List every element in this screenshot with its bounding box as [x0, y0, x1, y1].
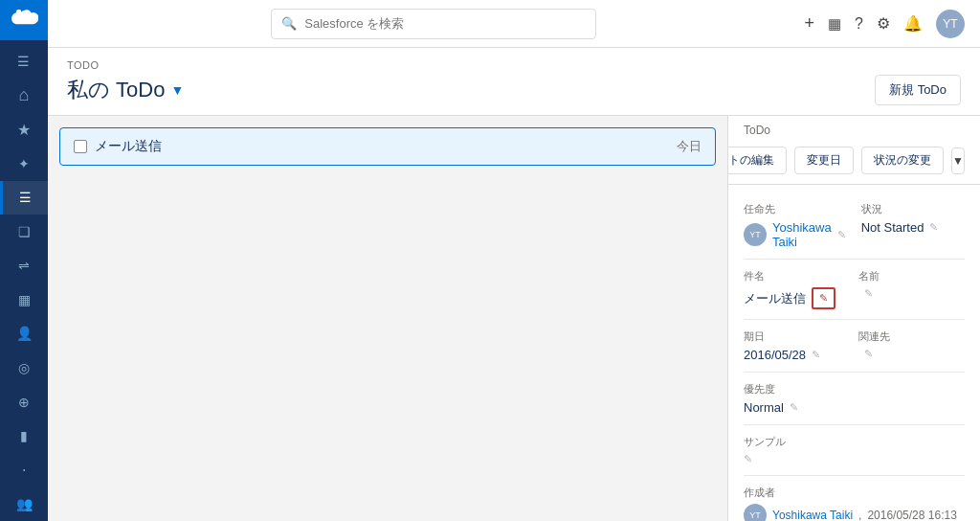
new-todo-button[interactable]: 新規 ToDo: [875, 75, 961, 105]
status-label: 状況: [861, 202, 957, 216]
date-related-row: 期日 2016/05/28 ✎ 関連先 ✎: [744, 320, 965, 373]
task-item[interactable]: メール送信 今日: [59, 127, 716, 166]
search-input[interactable]: [304, 16, 586, 31]
assignee-field: 任命先 YT Yoshikawa Taiki ✎: [744, 202, 854, 249]
change-date-button[interactable]: 変更日: [794, 147, 854, 174]
priority-edit-icon[interactable]: ✎: [790, 401, 798, 414]
creator-label: 作成者: [744, 486, 957, 500]
date-value: 2016/05/28: [744, 348, 806, 362]
task-checkbox[interactable]: [74, 140, 87, 153]
add-icon[interactable]: +: [805, 13, 815, 34]
date-edit-icon[interactable]: ✎: [812, 349, 820, 361]
sample-value-row: ✎: [744, 453, 957, 465]
change-status-button[interactable]: 状況の変更: [861, 147, 944, 174]
priority-field: 優先度 Normal ✎: [744, 382, 851, 415]
detail-panel: ToDo コメントの編集 変更日 状況の変更 ▼ 任命先: [727, 116, 980, 521]
chevron-down-icon: ▼: [952, 154, 964, 168]
status-value-row: Not Started ✎: [861, 220, 957, 235]
page-title-row: 私の ToDo ▼ 新規 ToDo: [67, 75, 961, 105]
sidebar-item-target[interactable]: ◎: [0, 351, 48, 385]
priority-value-row: Normal ✎: [744, 400, 843, 415]
creator-value-row: YT Yoshikawa Taiki , 2016/05/28 16:13: [744, 504, 957, 521]
sample-edit-icon[interactable]: ✎: [744, 453, 752, 465]
sidebar-item-copy[interactable]: ❏: [0, 215, 48, 249]
status-edit-icon[interactable]: ✎: [929, 221, 938, 234]
sidebar-item-pulse[interactable]: ⋅: [0, 453, 48, 487]
subject-field: 件名 メール送信 ✎: [744, 269, 851, 309]
related-edit-icon[interactable]: ✎: [864, 348, 873, 360]
settings-icon[interactable]: ⚙: [877, 14, 890, 33]
sidebar-item-people[interactable]: 👥: [0, 487, 48, 521]
sidebar-item-star2[interactable]: ✦: [0, 147, 48, 181]
creator-separator: ,: [858, 509, 861, 521]
assignee-edit-icon[interactable]: ✎: [837, 229, 846, 241]
page-header: TODO 私の ToDo ▼ 新規 ToDo: [48, 48, 980, 116]
date-value-row: 2016/05/28 ✎: [744, 348, 843, 362]
title-dropdown-arrow[interactable]: ▼: [170, 82, 184, 98]
assignee-status-row: 任命先 YT Yoshikawa Taiki ✎ 状況: [744, 193, 965, 260]
sample-field: サンプル ✎: [744, 435, 965, 465]
task-item-left: メール送信: [74, 138, 162, 155]
name-field: 名前 ✎: [851, 269, 966, 309]
related-label: 関連先: [858, 329, 958, 344]
status-value: Not Started: [861, 220, 924, 235]
sidebar-item-home[interactable]: ⌂: [0, 79, 48, 113]
creator-row-container: 作成者 YT Yoshikawa Taiki , 2016/05/28 16:1…: [744, 476, 965, 521]
sidebar-logo-area: [0, 0, 48, 40]
task-name: メール送信: [95, 138, 162, 155]
search-area: 🔍: [63, 9, 805, 39]
related-value-row: ✎: [858, 348, 958, 360]
date-field: 期日 2016/05/28 ✎: [744, 329, 851, 362]
actions-dropdown-button[interactable]: ▼: [951, 147, 965, 174]
name-value-row: ✎: [858, 287, 958, 300]
creator-name[interactable]: Yoshikawa Taiki: [772, 509, 853, 521]
sidebar: ☰ ⌂ ★ ✦ ☰ ❏ ⇌ ▦ 👤 ◎ ⊕ ▮ ⋅ 👥: [0, 0, 48, 521]
subject-name-row: 件名 メール送信 ✎ 名前: [744, 260, 965, 320]
sample-label: サンプル: [744, 435, 957, 449]
status-field: 状況 Not Started ✎: [854, 202, 965, 249]
priority-label: 優先度: [744, 382, 843, 396]
subject-value-row: メール送信 ✎: [744, 287, 843, 309]
subject-edit-icon[interactable]: ✎: [819, 292, 828, 305]
detail-todo-label: ToDo: [728, 116, 980, 137]
assignee-label: 任命先: [744, 202, 846, 216]
creator-field: 作成者 YT Yoshikawa Taiki , 2016/05/28 16:1…: [744, 486, 965, 521]
creator-date: 2016/05/28 16:13: [867, 509, 956, 521]
detail-actions: コメントの編集 変更日 状況の変更 ▼: [728, 137, 980, 185]
sidebar-hamburger[interactable]: ☰: [0, 44, 48, 79]
sidebar-item-globe[interactable]: ⊕: [0, 385, 48, 419]
notifications-icon[interactable]: 🔔: [903, 14, 923, 33]
task-list-panel: メール送信 今日: [48, 116, 727, 521]
comment-edit-button[interactable]: コメントの編集: [727, 147, 787, 174]
task-date: 今日: [677, 138, 702, 155]
avatar-initials: YT: [943, 17, 957, 31]
help-icon[interactable]: ?: [855, 15, 863, 33]
name-edit-icon[interactable]: ✎: [864, 287, 873, 300]
sidebar-item-bar-chart[interactable]: ▮: [0, 419, 48, 453]
breadcrumb: TODO: [67, 59, 961, 71]
sidebar-item-tasks[interactable]: ☰: [0, 181, 48, 215]
page-title: 私の ToDo ▼: [67, 76, 184, 104]
main-content: 🔍 + ▦ ? ⚙ 🔔 YT TODO 私の ToDo ▼ 新規 ToD: [48, 0, 980, 521]
assignee-value-row: YT Yoshikawa Taiki ✎: [744, 220, 846, 249]
search-icon: 🔍: [281, 16, 297, 31]
split-content: メール送信 今日 ToDo コメントの編集 変更日 状況の変更 ▼: [48, 116, 980, 521]
grid-icon[interactable]: ▦: [828, 15, 841, 33]
sidebar-item-person[interactable]: 👤: [0, 317, 48, 351]
salesforce-logo: [10, 10, 38, 31]
related-field: 関連先 ✎: [851, 329, 966, 362]
avatar[interactable]: YT: [936, 10, 965, 38]
sidebar-item-transfer[interactable]: ⇌: [0, 249, 48, 283]
assignee-avatar: YT: [744, 223, 767, 246]
sidebar-item-grid[interactable]: ▦: [0, 283, 48, 317]
subject-edit-box[interactable]: ✎: [812, 287, 835, 309]
page-title-text: 私の ToDo: [67, 76, 165, 104]
sidebar-item-favorites[interactable]: ★: [0, 112, 48, 147]
search-box[interactable]: 🔍: [271, 9, 596, 39]
subject-value: メール送信: [744, 290, 806, 307]
detail-fields: 任命先 YT Yoshikawa Taiki ✎ 状況: [728, 185, 980, 521]
date-label: 期日: [744, 329, 843, 344]
topnav-icons: + ▦ ? ⚙ 🔔 YT: [805, 10, 965, 38]
topnav: 🔍 + ▦ ? ⚙ 🔔 YT: [48, 0, 980, 48]
assignee-avatar-initials: YT: [749, 230, 761, 239]
